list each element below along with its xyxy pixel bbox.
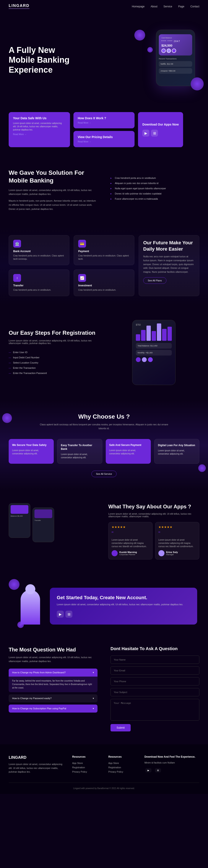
footer-links-2: App Store Registration Privacy Policy (108, 761, 136, 774)
reg-step-3: Select Location Country (9, 360, 100, 365)
service-transfer-text: Cras hendrerit porta arcu in vestibulum. (13, 288, 65, 291)
form-group-message (110, 699, 199, 721)
nav-links: Homepage About Service Page Contact (132, 4, 199, 8)
test-phone-card-1 (11, 505, 28, 514)
footer-links-1: App Store Registration Privacy Policy (72, 761, 100, 774)
author-name-1: Kumbi Warning (119, 551, 137, 553)
form-group-name (110, 656, 199, 664)
feature-card-2-read-more[interactable]: Read More → (78, 122, 131, 124)
test-phone-card-2 (34, 509, 52, 518)
reg-heading: Our Easy Steps For Registration (9, 329, 100, 337)
chart-bar-row (136, 328, 172, 341)
footer-link-2-2[interactable]: Registration (108, 765, 136, 770)
footer-link-2-1[interactable]: App Store (108, 761, 136, 765)
author-info-2: Erine Suly Manager (166, 551, 178, 556)
accordion-header-3[interactable]: How to Change my Subscription Plan using… (9, 705, 98, 713)
see-all-plans-button[interactable]: See All Plans (143, 277, 166, 284)
solution-heading: We Gave You Solution For Mobile Banking (9, 169, 98, 185)
reg-avatar-3 (148, 357, 153, 362)
footer-resources-col-1: Resources App Store Registration Privacy… (72, 755, 100, 774)
cta-app-store-badge[interactable]: ▶ (57, 611, 64, 618)
cta-text: Lorem ipsum dolor sit amet, consectetur … (57, 603, 190, 607)
deco-ball-2 (147, 47, 153, 53)
reg-mini-card-2: Monthly: +$2,300 (136, 350, 172, 355)
footer-play-store-badge[interactable]: ⊞ (155, 768, 161, 772)
nav-service[interactable]: Service (164, 5, 172, 8)
reg-mini-card-1: Total Balance: $12,450 (136, 343, 172, 349)
deco-ball-why-2 (198, 464, 206, 472)
testimonials-text: Lorem ipsum dolor sit amet, consectetur … (108, 513, 199, 518)
reg-avatars-row (136, 357, 172, 362)
see-all-service-button[interactable]: See All Service (92, 471, 116, 477)
faq-heading: The Most Question We Had (9, 646, 98, 653)
play-store-badge[interactable]: ⊞ (151, 130, 158, 136)
test-phone-text-2: Transfer (34, 519, 52, 521)
test-phone-text-1: Balance $8,200 (11, 515, 28, 517)
feature-card-how: How Does It Work ? Read More → (73, 112, 135, 128)
feature-card-2-title: How Does It Work ? (78, 116, 131, 120)
footer-description: Lorem ipsum dolor sit amet, consectetur … (9, 763, 64, 774)
footer-col-2-heading: Resources (108, 755, 136, 758)
reg-step-1: Enter User ID (9, 350, 100, 355)
hero-text: A Fully New Mobile Banking Experience (9, 45, 82, 75)
reg-step-5: Enter the Transaction Password (9, 370, 100, 376)
form-group-phone (110, 677, 199, 685)
footer-link-2-3[interactable]: Privacy Policy (108, 770, 136, 774)
investment-icon: 📈 (78, 274, 86, 282)
person-head (25, 584, 35, 594)
solution-bullets: Cras hendrerit porta arcu in vestibulum … (110, 169, 199, 202)
nav-logo: LINGARD (9, 3, 30, 9)
why-card-3-title: Safe And Secure Payment (109, 443, 147, 447)
feature-card-3-read-more[interactable]: Read More → (78, 141, 131, 143)
quote-icon-1: " (112, 530, 149, 536)
nav-about[interactable]: About (150, 5, 157, 8)
why-card-1-title: We Secure Your Data Safely (12, 443, 50, 447)
cta-inner: Get Started Today, Create New Account. L… (11, 581, 197, 625)
footer-app-store-badge[interactable]: ▶ (145, 768, 151, 772)
navbar: LINGARD Homepage About Service Page Cont… (0, 0, 208, 12)
name-input[interactable] (110, 656, 199, 664)
transaction-2: Amazon +$50.00 (159, 68, 192, 74)
accordion-chevron-1: ▾ (93, 671, 94, 674)
why-card-3: Safe And Secure Payment Lorem ipsum dolo… (106, 439, 151, 464)
footer-bottom: Lingard with powered by Baratformat © 20… (9, 783, 199, 789)
phone-avatars (162, 49, 189, 53)
nav-homepage[interactable]: Homepage (132, 5, 145, 8)
footer-link-1-1[interactable]: App Store (72, 761, 100, 765)
why-ball-right (198, 464, 206, 473)
feature-card-pricing: View Our Pricing Details Read More → (73, 131, 135, 147)
why-section: Why Choose Us ? Class aptent taciti soci… (0, 400, 208, 490)
phone-card: Card Balance **** **** 2847 $24,500 (159, 34, 192, 56)
feature-card-1-read-more[interactable]: Read More → (13, 133, 66, 135)
author-avatar-2 (159, 550, 165, 556)
email-input[interactable] (110, 666, 199, 675)
accordion-body-1: Far far away, behind the word mountains,… (9, 677, 98, 692)
testimonial-author-1: Kumbi Warning Corporate Planner (112, 550, 149, 556)
cta-play-store-badge[interactable]: ⊞ (65, 611, 72, 618)
submit-button[interactable]: Submit (110, 724, 131, 732)
footer-badges: ▶ ⊞ (144, 767, 199, 773)
cta-section: Get Started Today, Create New Account. L… (0, 572, 208, 633)
subject-input[interactable] (110, 688, 199, 696)
accordion-item-1: How to Change my Photo from Admin Dashbo… (9, 669, 98, 692)
phone-input[interactable] (110, 677, 199, 685)
testimonial-card-1: ★★★★★ " Lorem ipsum dolor sit amet conse… (108, 522, 152, 560)
person-body (21, 590, 40, 625)
app-store-badge[interactable]: ▶ (142, 130, 149, 136)
footer-link-1-3[interactable]: Privacy Policy (72, 770, 100, 774)
play-store-icon: ⊞ (153, 131, 156, 135)
footer-link-1-2[interactable]: Registration (72, 765, 100, 770)
message-textarea[interactable] (110, 699, 199, 721)
solution-bullet-4: Donec id odio pulvinar dui sodales cupid… (110, 191, 199, 196)
bar-7 (168, 327, 172, 341)
nav-contact[interactable]: Contact (190, 5, 199, 8)
nav-page[interactable]: Page (178, 5, 184, 8)
accordion-header-2[interactable]: How to Change my Password easily? ▾ (9, 694, 98, 702)
accordion-header-1[interactable]: How to Change my Photo from Admin Dashbo… (9, 669, 98, 677)
why-card-4-text: Lorem ipsum dolor sit amet, consectetur … (158, 449, 196, 456)
feature-card-3-title: View Our Pricing Details (78, 135, 131, 139)
bar-2 (141, 330, 145, 341)
solution-bullet-1: Cras hendrerit porta arcu in vestibulum (110, 175, 199, 181)
accordion-chevron-3: ▾ (93, 707, 94, 710)
footer-copyright: Lingard with powered by Baratformat © 20… (73, 787, 135, 789)
